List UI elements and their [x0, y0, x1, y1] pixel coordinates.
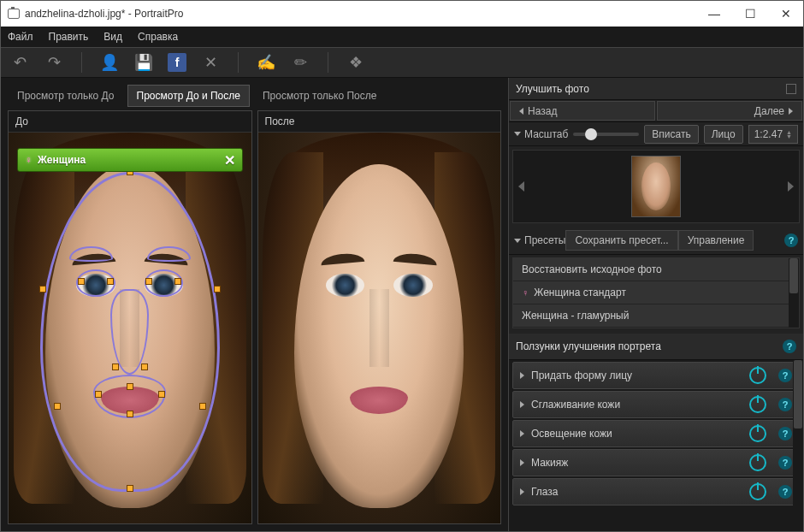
next-button[interactable]: Далее	[657, 101, 802, 121]
control-point[interactable]	[95, 391, 102, 398]
venus-icon: ♀	[522, 287, 529, 298]
control-point[interactable]	[127, 383, 133, 390]
help-icon[interactable]: ?	[778, 369, 792, 382]
layers-icon[interactable]: ❖	[346, 52, 366, 73]
control-point[interactable]	[54, 403, 61, 410]
manage-presets-button[interactable]: Управление	[678, 230, 754, 251]
preset-item[interactable]: ♀Женщина стандарт	[513, 281, 799, 304]
venus-icon: ♀	[25, 154, 33, 166]
undo-icon[interactable]: ↶	[9, 52, 30, 73]
app-icon	[8, 9, 20, 19]
power-icon[interactable]	[749, 454, 766, 471]
add-person-icon[interactable]: 👤	[99, 52, 120, 73]
control-point[interactable]	[112, 364, 119, 370]
face-thumbnail[interactable]	[631, 156, 681, 217]
thumbnail-strip[interactable]	[512, 150, 800, 223]
scrollbar[interactable]	[793, 360, 803, 531]
control-point[interactable]	[39, 286, 46, 293]
zoom-dropdown[interactable]: Масштаб	[514, 128, 568, 140]
face-button[interactable]: Лицо	[704, 125, 743, 144]
control-point[interactable]	[174, 278, 181, 285]
control-point[interactable]	[78, 278, 85, 285]
zoom-ratio[interactable]: 1:2.47▲▼	[748, 125, 798, 144]
power-icon[interactable]	[749, 483, 766, 500]
presets-dropdown[interactable]: Пресеты	[514, 234, 565, 246]
preset-item[interactable]: Женщина - гламурный	[513, 304, 799, 328]
preset-item[interactable]: Восстановить исходное фото	[513, 258, 799, 281]
help-icon[interactable]: ?	[783, 340, 796, 353]
brush-remove-icon[interactable]: ✏	[290, 52, 310, 73]
help-icon[interactable]: ?	[778, 485, 792, 499]
power-icon[interactable]	[749, 425, 766, 442]
control-point[interactable]	[107, 278, 114, 285]
control-face-shape[interactable]: Придать форму лицу?	[512, 362, 800, 389]
minimize-button[interactable]: —	[704, 3, 724, 24]
brush-add-icon[interactable]: ✍	[256, 52, 276, 73]
menu-file[interactable]: Файл	[8, 31, 33, 43]
tab-before-only[interactable]: Просмотр только До	[8, 85, 124, 107]
enhance-title: Улучшить фото	[516, 83, 589, 95]
after-label: После	[258, 111, 501, 133]
redo-icon[interactable]: ↷	[44, 52, 64, 73]
enhance-header: Улучшить фото	[509, 78, 803, 100]
back-button[interactable]: Назад	[510, 101, 655, 121]
power-icon[interactable]	[749, 367, 766, 384]
zoom-slider[interactable]	[573, 133, 639, 136]
gender-label: Женщина	[38, 154, 86, 166]
help-icon[interactable]: ?	[784, 233, 798, 247]
view-tabs: Просмотр только До Просмотр До и После П…	[8, 85, 501, 107]
menubar: Файл Править Вид Справка	[1, 27, 803, 47]
control-point[interactable]	[141, 364, 148, 370]
controls-panel: Улучшить фото Назад Далее Масштаб Вписат…	[508, 78, 803, 531]
after-panel: После	[257, 110, 502, 524]
workspace: Просмотр только До Просмотр До и После П…	[1, 78, 508, 531]
help-icon[interactable]: ?	[778, 398, 792, 411]
sliders-header: Ползунки улучшения портрета ?	[509, 334, 803, 360]
control-point[interactable]	[214, 286, 221, 293]
before-panel: До	[8, 110, 252, 524]
before-image[interactable]: ♀ Женщина ✕	[9, 133, 251, 523]
control-point[interactable]	[145, 278, 152, 285]
expand-icon[interactable]	[786, 84, 796, 94]
gender-close-icon[interactable]: ✕	[224, 152, 235, 168]
tab-after-only[interactable]: Просмотр только После	[253, 85, 387, 107]
preset-list: Восстановить исходное фото ♀Женщина стан…	[512, 257, 800, 328]
menu-help[interactable]: Справка	[138, 31, 178, 43]
titlebar: andzhelina-dzholi.jpg* - PortraitPro — ☐…	[1, 1, 803, 27]
control-point[interactable]	[199, 403, 206, 410]
before-label: До	[9, 111, 251, 133]
control-point[interactable]	[127, 411, 133, 417]
save-preset-button[interactable]: Сохранить пресет...	[565, 230, 677, 251]
close-button[interactable]: ✕	[776, 3, 796, 24]
gender-tag: ♀ Женщина ✕	[17, 148, 243, 172]
menu-edit[interactable]: Править	[49, 31, 89, 43]
control-point[interactable]	[127, 485, 133, 492]
help-icon[interactable]: ?	[778, 427, 792, 440]
menu-view[interactable]: Вид	[103, 31, 122, 43]
maximize-button[interactable]: ☐	[740, 3, 760, 24]
toolbar: ↶ ↷ 👤 💾 f ✕ ✍ ✏ ❖	[1, 47, 803, 78]
control-skin-lighting[interactable]: Освещение кожи?	[512, 420, 800, 447]
control-eyes[interactable]: Глаза?	[512, 478, 800, 505]
control-makeup[interactable]: Макияж?	[512, 449, 800, 476]
power-icon[interactable]	[749, 396, 766, 413]
save-icon[interactable]: 💾	[133, 52, 154, 73]
after-image[interactable]	[258, 133, 501, 523]
control-skin-smoothing[interactable]: Сглаживание кожи?	[512, 391, 800, 418]
scrollbar[interactable]	[789, 258, 799, 328]
tab-before-after[interactable]: Просмотр До и После	[127, 85, 250, 107]
help-icon[interactable]: ?	[778, 456, 792, 470]
controls-list: Придать форму лицу? Сглаживание кожи? Ос…	[509, 360, 803, 531]
window-title: andzhelina-dzholi.jpg* - PortraitPro	[25, 8, 704, 20]
delete-icon[interactable]: ✕	[200, 52, 221, 73]
control-point[interactable]	[158, 391, 165, 398]
facebook-icon[interactable]: f	[168, 53, 186, 72]
fit-button[interactable]: Вписать	[644, 125, 698, 144]
